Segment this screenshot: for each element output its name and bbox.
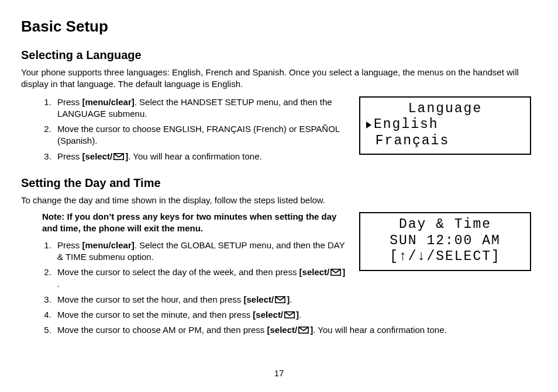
menu-clear-key: [menu/clear]	[82, 97, 135, 107]
section2-steps-b: Move the cursor to set the hour, and the…	[37, 293, 537, 339]
section2-intro: To change the day and time shown in the …	[21, 195, 537, 206]
list-item: Move the cursor to select the day of the…	[54, 265, 347, 293]
step-text: Move the cursor to select the day of the…	[57, 267, 299, 277]
list-item: Press [select/]. You will hear a confirm…	[54, 150, 347, 165]
select-key: [select/]	[299, 266, 346, 278]
envelope-icon	[284, 311, 295, 318]
lcd-language: Language English Français	[359, 96, 531, 155]
step-text: Move the cursor to choose AM or PM, and …	[57, 325, 267, 335]
select-key: [select/]	[82, 151, 129, 162]
step-text: Press	[57, 240, 82, 250]
step-text: . You will hear a confirmation tone.	[128, 151, 261, 161]
lcd-line: Français	[366, 133, 524, 150]
section-selecting-language: Selecting a Language Your phone supports…	[21, 47, 537, 165]
select-key: [select/]	[253, 309, 299, 321]
lcd-line: English	[366, 117, 524, 133]
envelope-icon	[330, 269, 341, 276]
section-day-time: Setting the Day and Time To change the d…	[21, 175, 537, 339]
select-key: [select/]	[267, 324, 314, 336]
list-item: Move the cursor to choose ENGLISH, FRANÇ…	[54, 122, 347, 150]
envelope-icon	[113, 153, 124, 160]
select-key-close: ]	[342, 266, 345, 278]
select-key-open: [select/	[299, 266, 330, 278]
lcd-line: SUN 12:00 AM	[366, 233, 524, 249]
note-text: Note: If you don’t press any keys for tw…	[42, 211, 347, 235]
manual-page: Basic Setup Selecting a Language Your ph…	[0, 0, 558, 392]
step-text: .	[299, 310, 301, 320]
step-text: .	[57, 279, 60, 289]
step-text: Press	[57, 97, 82, 107]
list-item: Press [menu/clear]. Select the HANDSET S…	[54, 95, 347, 123]
section1-steps-wrap: Press [menu/clear]. Select the HANDSET S…	[21, 95, 347, 165]
lcd-line: [↑/↓/SELECT]	[366, 249, 524, 265]
menu-clear-key: [menu/clear]	[82, 240, 135, 250]
list-item: Move the cursor to set the minute, and t…	[54, 308, 537, 323]
select-key-open: [select/	[253, 309, 283, 321]
lcd-text: English	[374, 117, 439, 132]
page-number: 17	[0, 367, 558, 379]
list-item: Move the cursor to choose AM or PM, and …	[54, 323, 537, 338]
select-key-open: [select/	[82, 151, 113, 162]
select-key: [select/]	[244, 294, 290, 306]
lcd-line: Day & Time	[366, 217, 524, 233]
step-text: .	[290, 294, 292, 304]
lcd-line: Language	[366, 101, 524, 117]
step-text: . You will hear a confirmation tone.	[313, 325, 446, 335]
lcd-day-time: Day & Time SUN 12:00 AM [↑/↓/SELECT]	[359, 212, 531, 271]
section1-body: Press [menu/clear]. Select the HANDSET S…	[21, 95, 537, 165]
step-text: Move the cursor to set the hour, and the…	[57, 294, 244, 304]
list-item: Move the cursor to set the hour, and the…	[54, 293, 537, 308]
envelope-icon	[298, 327, 309, 334]
section2-steps-wrap: Note: If you don’t press any keys for tw…	[21, 211, 347, 293]
cursor-icon	[366, 122, 371, 129]
step-text: Press	[57, 151, 82, 161]
select-key-open: [select/	[244, 294, 274, 306]
list-item: Press [menu/clear]. Select the GLOBAL SE…	[54, 238, 347, 266]
envelope-icon	[275, 296, 285, 303]
step-text: Move the cursor to choose ENGLISH, FRANÇ…	[57, 124, 340, 145]
section2-body: Note: If you don’t press any keys for tw…	[21, 211, 537, 293]
section2-steps-a: Press [menu/clear]. Select the GLOBAL SE…	[37, 238, 347, 293]
section1-title: Selecting a Language	[21, 47, 537, 63]
step-text: Move the cursor to set the minute, and t…	[57, 310, 253, 320]
section1-intro: Your phone supports three languages: Eng…	[21, 67, 537, 91]
section1-steps: Press [menu/clear]. Select the HANDSET S…	[37, 95, 347, 165]
section2-title: Setting the Day and Time	[21, 175, 537, 191]
page-title: Basic Setup	[21, 16, 537, 37]
select-key-open: [select/	[267, 324, 298, 336]
